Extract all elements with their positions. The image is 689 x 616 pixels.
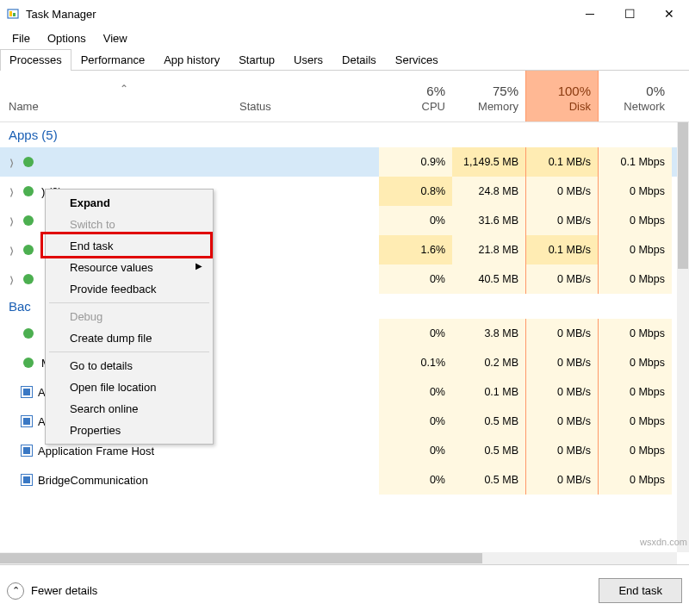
metric-cell: 0 Mbps — [599, 235, 672, 264]
tab-processes[interactable]: Processes — [0, 49, 71, 71]
tab-details[interactable]: Details — [332, 49, 386, 71]
metric-cell: 0% — [379, 465, 452, 495]
metric-cell: 0 Mbps — [599, 319, 672, 348]
metric-cell: 0.1 Mbps — [599, 147, 672, 177]
column-memory[interactable]: 75%Memory — [452, 71, 525, 121]
column-name-label: Name — [9, 100, 239, 113]
column-status[interactable]: Status — [239, 71, 379, 121]
process-row[interactable]: ❯0.9%1,149.5 MB0.1 MB/s0.1 Mbps — [0, 147, 677, 177]
column-name[interactable]: ⌃ Name — [0, 71, 239, 121]
svg-rect-1 — [9, 11, 12, 16]
metric-cell: 24.8 MB — [452, 177, 525, 206]
footer: ⌃ Fewer details End task — [0, 564, 689, 616]
metric-cell: 0.5 MB — [452, 465, 525, 495]
metric-cell: 0.1 MB/s — [525, 147, 599, 177]
ctx-switch-to: Switch to — [47, 214, 211, 235]
menu-separator — [49, 352, 209, 352]
metric-cell: 0 MB/s — [525, 348, 599, 377]
expand-chevron-icon[interactable]: ❯ — [8, 216, 15, 226]
column-disk[interactable]: 100%Disk — [525, 71, 599, 121]
memory-label: Memory — [452, 100, 518, 113]
column-status-label: Status — [239, 100, 271, 113]
menu-options[interactable]: Options — [39, 30, 95, 47]
metric-cell: 21.8 MB — [452, 235, 525, 264]
svg-point-8 — [23, 328, 34, 339]
metric-cell: 3.8 MB — [452, 319, 525, 348]
ctx-end-task[interactable]: End task — [47, 235, 211, 257]
network-percent: 0% — [599, 84, 665, 98]
app-icon — [21, 355, 36, 370]
tab-services[interactable]: Services — [386, 49, 448, 71]
ctx-create-dump-file[interactable]: Create dump file — [47, 327, 211, 349]
metric-cell: 0 MB/s — [525, 436, 599, 465]
memory-percent: 75% — [452, 84, 518, 98]
grid-header: ⌃ Name Status 6%CPU 75%Memory 100%Disk 0… — [0, 71, 689, 122]
ctx-search-online[interactable]: Search online — [47, 398, 211, 420]
svg-point-7 — [23, 274, 34, 284]
metric-cell: 40.5 MB — [452, 264, 525, 294]
titlebar: Task Manager ─ ☐ ✕ — [0, 0, 689, 28]
submenu-arrow-icon: ▶ — [196, 261, 202, 271]
tab-performance[interactable]: Performance — [71, 49, 154, 71]
menu-separator — [49, 302, 209, 303]
ctx-open-file-location[interactable]: Open file location — [47, 376, 211, 398]
maximize-button[interactable]: ☐ — [610, 0, 649, 28]
cpu-percent: 6% — [379, 84, 445, 98]
horizontal-scroll-thumb[interactable] — [0, 553, 482, 563]
process-name: BridgeCommunication — [38, 474, 148, 487]
ctx-properties[interactable]: Properties — [47, 420, 211, 441]
metric-cell: 0% — [379, 319, 452, 348]
expand-chevron-icon[interactable]: ❯ — [8, 275, 15, 284]
metric-cell: 0% — [379, 377, 452, 407]
cpu-label: CPU — [379, 100, 445, 113]
menu-file[interactable]: File — [3, 30, 39, 47]
metric-cell: 0 MB/s — [525, 264, 599, 294]
service-icon — [21, 415, 33, 427]
svg-point-9 — [23, 358, 34, 368]
close-button[interactable]: ✕ — [649, 0, 689, 28]
svg-point-6 — [23, 245, 34, 255]
service-icon — [21, 445, 33, 457]
app-icon — [5, 6, 21, 22]
disk-label: Disk — [526, 100, 591, 113]
ctx-resource-values[interactable]: Resource values▶ — [47, 257, 211, 278]
app-icon — [21, 154, 36, 170]
column-cpu[interactable]: 6%CPU — [379, 71, 452, 121]
metric-cell: 0 Mbps — [599, 264, 672, 294]
expand-chevron-icon[interactable]: ❯ — [8, 246, 15, 255]
process-row[interactable]: BridgeCommunication0%0.5 MB0 MB/s0 Mbps — [0, 465, 677, 495]
menu-view[interactable]: View — [95, 30, 136, 47]
ctx-expand[interactable]: Expand — [47, 192, 211, 214]
fewer-details-label: Fewer details — [31, 584, 97, 597]
sort-indicator-icon: ⌃ — [9, 83, 239, 95]
metric-cell: 0 Mbps — [599, 348, 672, 377]
metric-cell: 0 Mbps — [599, 377, 672, 407]
metric-cell: 0 MB/s — [525, 407, 599, 436]
vertical-scroll-thumb[interactable] — [678, 122, 688, 269]
metric-cell: 0.5 MB — [452, 407, 525, 436]
metric-cell: 0 Mbps — [599, 407, 672, 436]
expand-chevron-icon[interactable]: ❯ — [8, 187, 15, 196]
metric-cell: 0.1 MB/s — [525, 235, 599, 264]
tab-users[interactable]: Users — [284, 49, 332, 71]
metric-cell: 0 MB/s — [525, 319, 599, 348]
window-title: Task Manager — [26, 8, 570, 21]
tab-startup[interactable]: Startup — [229, 49, 284, 71]
ctx-provide-feedback[interactable]: Provide feedback — [47, 278, 211, 300]
metric-cell: 0 Mbps — [599, 177, 672, 206]
svg-point-3 — [23, 157, 34, 167]
minimize-button[interactable]: ─ — [570, 0, 610, 28]
fewer-details-button[interactable]: ⌃ Fewer details — [7, 582, 97, 600]
ctx-go-to-details[interactable]: Go to details — [47, 355, 211, 376]
column-network[interactable]: 0%Network — [599, 71, 672, 121]
horizontal-scrollbar[interactable] — [0, 552, 677, 564]
metric-cell: 1,149.5 MB — [452, 147, 525, 177]
vertical-scrollbar[interactable] — [677, 122, 689, 552]
app-icon — [21, 271, 36, 287]
expand-chevron-icon[interactable]: ❯ — [8, 158, 15, 167]
metric-cell: 0% — [379, 206, 452, 235]
end-task-button[interactable]: End task — [599, 578, 682, 603]
svg-rect-2 — [13, 13, 16, 16]
metric-cell: 0 MB/s — [525, 177, 599, 206]
tab-app-history[interactable]: App history — [154, 49, 229, 71]
